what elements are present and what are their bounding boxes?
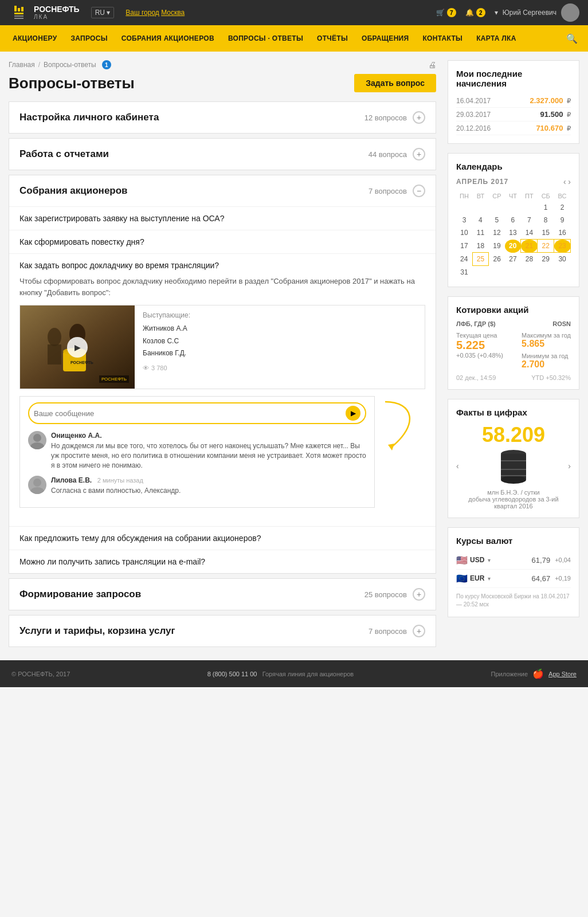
page-title: Вопросы-ответы — [9, 75, 135, 92]
faq-question-5[interactable]: Можно ли получить запись трансляции на e… — [19, 557, 425, 566]
language-selector[interactable]: RU ▾ — [91, 7, 115, 18]
faq-count-3: 7 вопросов — [369, 187, 407, 195]
cal-day[interactable]: 2 — [554, 201, 571, 214]
ask-question-button[interactable]: Задать вопрос — [354, 74, 436, 92]
nav-item-reports[interactable]: ОТЧЁТЫ — [310, 34, 355, 42]
accrual-currency-2: ₽ — [567, 111, 571, 118]
nav-item-appeals[interactable]: ОБРАЩЕНИЯ — [355, 34, 415, 42]
logo-text: РОСНЕФТЬ ЛКА — [34, 5, 80, 20]
nav-item-qa[interactable]: ВОПРОСЫ · ОТВЕТЫ — [221, 34, 310, 42]
chat-send-button[interactable]: ▶ — [346, 406, 360, 421]
cal-day[interactable]: 14 — [521, 226, 538, 240]
faq-question-1[interactable]: Как зарегистрировать заявку на выступлен… — [19, 214, 425, 223]
faq-count-1: 12 вопросов — [364, 113, 407, 122]
nav-item-requests[interactable]: ЗАПРОСЫ — [64, 34, 114, 42]
cal-day[interactable]: 10 — [456, 226, 472, 240]
cal-day[interactable]: 5 — [489, 214, 505, 226]
cal-day[interactable]: 24 — [456, 253, 472, 266]
user-menu[interactable]: ▾ Юрий Сергеевич — [495, 3, 579, 22]
video-thumbnail[interactable]: РОСНЕФТЬ ▶ РОСНЕФТЬ — [20, 305, 135, 389]
cal-day[interactable] — [505, 201, 521, 214]
facts-navigation: ‹ 58.209 млн Б.Н.Э. / сутки добыча углев… — [456, 423, 571, 510]
faq-toggle-3[interactable]: − — [413, 185, 425, 197]
faq-section-header-5[interactable]: Услуги и тарифы, корзина услуг 7 вопросо… — [9, 616, 436, 646]
cal-day[interactable]: 26 — [489, 253, 505, 266]
faq-section-title-5: Услуги и тарифы, корзина услуг — [19, 625, 175, 637]
avatar — [561, 3, 579, 22]
faq-toggle-1[interactable]: + — [413, 111, 425, 124]
faq-toggle-2[interactable]: + — [413, 148, 425, 160]
weekday-thu: ЧТ — [505, 191, 521, 201]
city-link[interactable]: Москва — [161, 9, 185, 17]
cal-day[interactable]: 19 — [489, 240, 505, 253]
cal-day[interactable]: 17 — [456, 240, 472, 253]
cal-day[interactable] — [521, 266, 538, 279]
cal-day[interactable] — [489, 201, 505, 214]
cal-day[interactable] — [456, 201, 472, 214]
faq-question-3[interactable]: Как задать вопрос докладчику во время тр… — [19, 261, 425, 270]
cal-day[interactable]: 1 — [538, 201, 554, 214]
breadcrumb-home[interactable]: Главная — [9, 61, 35, 69]
speaker-1: Житников А.А — [143, 323, 417, 335]
chat-input-row: ▶ — [28, 402, 366, 424]
usd-dropdown-icon[interactable]: ▾ — [488, 557, 491, 563]
faq-toggle-5[interactable]: + — [413, 625, 425, 637]
cal-day-range-end[interactable]: 23 — [554, 240, 571, 253]
facts-next-button[interactable]: › — [568, 461, 571, 471]
cal-day[interactable] — [538, 266, 554, 279]
cal-day[interactable]: 11 — [472, 226, 489, 240]
cal-day-range-start[interactable]: 21 — [521, 240, 538, 253]
nav-item-contacts[interactable]: КОНТАКТЫ — [415, 34, 469, 42]
cart-button[interactable]: 🛒 7 — [436, 8, 456, 17]
print-icon[interactable]: 🖨 — [428, 60, 436, 69]
faq-toggle-4[interactable]: + — [413, 588, 425, 601]
cal-day-highlighted[interactable]: 25 — [472, 253, 489, 266]
calendar-prev-button[interactable]: ‹ — [563, 177, 566, 186]
bell-icon: 🔔 — [465, 9, 474, 17]
cal-day[interactable] — [489, 266, 505, 279]
faq-section-header-4[interactable]: Формирование запросов 25 вопросов + — [9, 579, 436, 610]
svg-rect-9 — [48, 344, 61, 365]
cal-day[interactable] — [554, 266, 571, 279]
video-play-button[interactable]: ▶ — [67, 337, 88, 358]
calendar-next-button[interactable]: › — [568, 177, 571, 186]
cal-day[interactable]: 7 — [521, 214, 538, 226]
cal-day[interactable]: 6 — [505, 214, 521, 226]
faq-section-header-1[interactable]: Настройка личного кабинета 12 вопросов + — [9, 102, 436, 133]
faq-section-header-3[interactable]: Собрания акционеров 7 вопросов − — [9, 175, 436, 206]
chat-message-input[interactable] — [34, 409, 346, 418]
eur-dropdown-icon[interactable]: ▾ — [488, 575, 491, 582]
cal-day[interactable]: 13 — [505, 226, 521, 240]
cal-day[interactable] — [521, 201, 538, 214]
nav-item-shareholders[interactable]: АКЦИОНЕРУ — [6, 34, 64, 42]
cal-day[interactable]: 3 — [456, 214, 472, 226]
cal-day[interactable] — [505, 266, 521, 279]
cal-day[interactable]: 30 — [554, 253, 571, 266]
cal-day[interactable]: 9 — [554, 214, 571, 226]
cal-day[interactable]: 8 — [538, 214, 554, 226]
cal-day[interactable]: 28 — [521, 253, 538, 266]
cal-day-range-mid[interactable]: 22 — [538, 240, 554, 253]
notifications-button[interactable]: 🔔 2 — [465, 8, 485, 17]
cal-day[interactable]: 27 — [505, 253, 521, 266]
cal-day[interactable]: 4 — [472, 214, 489, 226]
cal-day[interactable]: 18 — [472, 240, 489, 253]
faq-section-header-2[interactable]: Работа с отчетами 44 вопроса + — [9, 139, 436, 170]
faq-question-2[interactable]: Как сформировать повестку дня? — [19, 237, 425, 246]
search-button[interactable]: 🔍 — [562, 33, 582, 44]
stocks-ytd: YTD +50.32% — [531, 374, 571, 381]
cal-day[interactable]: 29 — [538, 253, 554, 266]
cal-day[interactable]: 15 — [538, 226, 554, 240]
cal-day[interactable]: 31 — [456, 266, 472, 279]
app-store-link[interactable]: App Store — [548, 671, 577, 677]
nav-item-map[interactable]: КАРТА ЛКА — [469, 34, 523, 42]
faq-question-4[interactable]: Как предложить тему для обсуждения на со… — [19, 534, 425, 543]
cal-day[interactable] — [472, 266, 489, 279]
nav-item-meetings[interactable]: СОБРАНИЯ АКЦИОНЕРОВ — [115, 34, 221, 42]
cal-day[interactable]: 16 — [554, 226, 571, 240]
cal-day[interactable]: 12 — [489, 226, 505, 240]
stocks-current-change: +0.035 (+0.48%) — [456, 352, 503, 359]
faq-section-title-3: Собрания акционеров — [19, 185, 128, 197]
cal-day-today[interactable]: 20 — [505, 240, 521, 253]
cal-day[interactable] — [472, 201, 489, 214]
